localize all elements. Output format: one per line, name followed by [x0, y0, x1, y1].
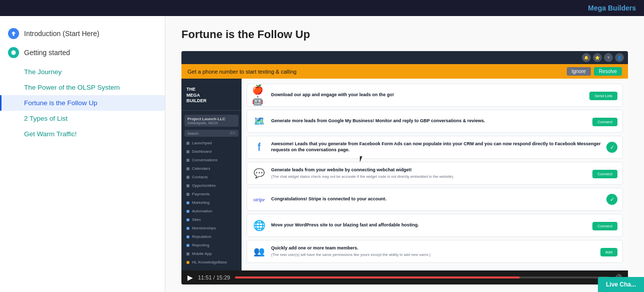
crm-card-team: 👥 Quickly add one or more team members. …: [247, 240, 623, 263]
progress-bar-fill: [235, 276, 520, 278]
crm-card-text-team: Quickly add one or more team members. (T…: [271, 245, 595, 257]
crm-nav-conversations[interactable]: Conversations: [181, 156, 242, 164]
crm-nav-calendars[interactable]: Calendars: [181, 164, 242, 173]
crm-card-text-stripe: Congratulations! Stripe is connected to …: [271, 196, 601, 202]
crm-card-icon-webchat: 💬: [252, 166, 266, 180]
crm-card-text-mobile: Download our app and engage with your le…: [271, 92, 584, 98]
crm-sidebar-header: THEMEGABUILDER: [181, 83, 242, 111]
crm-card-icon-stripe: stripe: [252, 192, 266, 206]
crm-icon-user: 👤: [615, 53, 624, 62]
crm-card-action-wordpress: Connect: [592, 220, 617, 230]
crm-card-text-facebook: Awesome! Leads that you generate from Fa…: [271, 141, 601, 153]
crm-nav-reputation[interactable]: Reputation: [181, 232, 242, 241]
crm-card-action-facebook: ✓: [606, 142, 617, 153]
crm-nav-payments[interactable]: Payments: [181, 190, 242, 198]
crm-card-action-team: Add: [600, 246, 617, 256]
crm-nav-launchpad[interactable]: Launchpad: [181, 139, 242, 147]
getting-started-icon: [8, 47, 19, 58]
crm-ignore-button[interactable]: Ignore: [567, 67, 591, 76]
nav-item-2types[interactable]: 2 Types of List: [0, 111, 165, 126]
top-bar: Mega Builders: [0, 0, 644, 16]
crm-card-icon-google: 🗺️: [252, 114, 266, 128]
crm-icon-bell: 🔔: [582, 53, 591, 62]
crm-icon-question: ?: [604, 53, 613, 62]
crm-account[interactable]: Project Launch LLC Indianapolis, 46210: [184, 115, 239, 127]
crm-search[interactable]: Search ⌘K: [184, 130, 239, 137]
crm-card-action-stripe: ✓: [606, 194, 617, 205]
crm-nav-dashboard[interactable]: Dashboard: [181, 147, 242, 156]
crm-nav-memberships[interactable]: Memberships: [181, 224, 242, 232]
crm-card-text-google: Generate more leads from Google My Busin…: [271, 118, 587, 124]
nav-item-fortune[interactable]: Fortune is the Follow Up: [0, 95, 165, 111]
crm-resolve-button[interactable]: Resolve: [594, 67, 622, 76]
page-title: Fortune is the Follow Up: [181, 28, 628, 41]
svg-point-0: [12, 51, 16, 55]
crm-search-icon: ⌘K: [230, 131, 236, 135]
sidebar-nav: The Journey The Power of the OLSP System…: [0, 62, 165, 144]
main-layout: Introduction (Start Here) Getting starte…: [0, 16, 644, 292]
crm-nav-mobile[interactable]: Mobile App: [181, 249, 242, 258]
nav-item-warm-traffic[interactable]: Get Warm Traffic!: [0, 126, 165, 142]
sidebar: Introduction (Start Here) Getting starte…: [0, 16, 165, 292]
crm-nav-contacts[interactable]: Contacts: [181, 173, 242, 181]
crm-card-text-webchat: Generate leads from your website by conn…: [271, 167, 587, 179]
getting-started-label: Getting started: [24, 49, 70, 57]
video-time: 11:51 / 15:29: [198, 274, 230, 280]
intro-icon: [8, 28, 19, 39]
crm-account-name: Project Launch LLC: [187, 117, 236, 121]
crm-card-stripe: stripe Congratulations! Stripe is connec…: [247, 188, 623, 211]
crm-alert-text: Get a phone number to start texting & ca…: [187, 69, 297, 75]
crm-card-icon-team: 👥: [252, 244, 266, 258]
intro-label: Introduction (Start Here): [24, 30, 99, 38]
crm-card-icon-wordpress: 🌐: [252, 218, 266, 232]
crm-account-loc: Indianapolis, 46210: [187, 121, 236, 125]
crm-card-action-webchat: Connect: [592, 168, 617, 178]
crm-nav-reporting[interactable]: Reporting: [181, 241, 242, 249]
crm-webchat-connect-button[interactable]: Connect: [592, 170, 617, 178]
crm-mockup: 🔔 ⭐ ? 👤 Get a phone number to start text…: [181, 51, 628, 270]
crm-logo: THEMEGABUILDER: [186, 87, 237, 104]
crm-sidebar: THEMEGABUILDER Project Launch LLC Indian…: [181, 79, 242, 270]
crm-nav-sites[interactable]: Sites: [181, 215, 242, 224]
sidebar-section-intro[interactable]: Introduction (Start Here): [0, 24, 165, 43]
video-container: 🔔 ⭐ ? 👤 Get a phone number to start text…: [181, 51, 628, 284]
crm-google-connect-button[interactable]: Connect: [592, 118, 617, 126]
crm-add-team-button[interactable]: Add: [600, 248, 617, 256]
nav-item-olsp[interactable]: The Power of the OLSP System: [0, 80, 165, 95]
crm-card-google: 🗺️ Generate more leads from Google My Bu…: [247, 110, 623, 133]
crm-top-icons: 🔔 ⭐ ? 👤: [181, 51, 628, 64]
video-controls: ▶ 11:51 / 15:29 🔊: [181, 270, 628, 284]
crm-search-text: Search: [187, 132, 198, 135]
crm-card-icon-facebook: f: [252, 140, 266, 154]
crm-card-wordpress: 🌐 Move your WordPress site to our blazin…: [247, 214, 623, 237]
crm-nav-kb[interactable]: HL KnowledgeBase: [181, 258, 242, 266]
site-title: Mega Builders: [588, 4, 636, 12]
crm-wordpress-connect-button[interactable]: Connect: [592, 222, 617, 230]
crm-stripe-check: ✓: [606, 194, 617, 205]
sidebar-section-getting-started[interactable]: Getting started: [0, 43, 165, 62]
crm-nav-automation[interactable]: Automation: [181, 207, 242, 215]
crm-card-mobile: 🍎🤖 Download our app and engage with your…: [247, 84, 623, 107]
crm-main: 🍎🤖 Download our app and engage with your…: [242, 79, 628, 270]
crm-card-facebook: f Awesome! Leads that you generate from …: [247, 136, 623, 159]
crm-card-text-wordpress: Move your WordPress site to our blazing …: [271, 222, 587, 228]
crm-card-webchat: 💬 Generate leads from your website by co…: [247, 162, 623, 185]
crm-alert-bar: Get a phone number to start texting & ca…: [181, 64, 628, 79]
play-button[interactable]: ▶: [187, 273, 193, 281]
crm-nav-marketing[interactable]: Marketing: [181, 198, 242, 207]
crm-body: THEMEGABUILDER Project Launch LLC Indian…: [181, 79, 628, 270]
content-area: Fortune is the Follow Up 🔔 ⭐ ? 👤 Get a p…: [165, 16, 644, 292]
crm-send-link-button[interactable]: Send Link: [589, 92, 617, 100]
crm-cards: 🍎🤖 Download our app and engage with your…: [247, 84, 623, 263]
crm-icon-star: ⭐: [593, 53, 602, 62]
progress-bar[interactable]: [235, 276, 609, 278]
crm-card-action-mobile: Send Link: [589, 90, 617, 100]
nav-item-journey[interactable]: The Journey: [0, 64, 165, 80]
live-chat-widget[interactable]: Live Cha...: [598, 277, 644, 292]
crm-alert-buttons: Ignore Resolve: [567, 67, 622, 76]
crm-card-action-google: Connect: [592, 116, 617, 126]
crm-facebook-check: ✓: [606, 142, 617, 153]
crm-card-icon-mobile: 🍎🤖: [252, 88, 266, 102]
crm-nav-opportunities[interactable]: Opportunities: [181, 181, 242, 190]
